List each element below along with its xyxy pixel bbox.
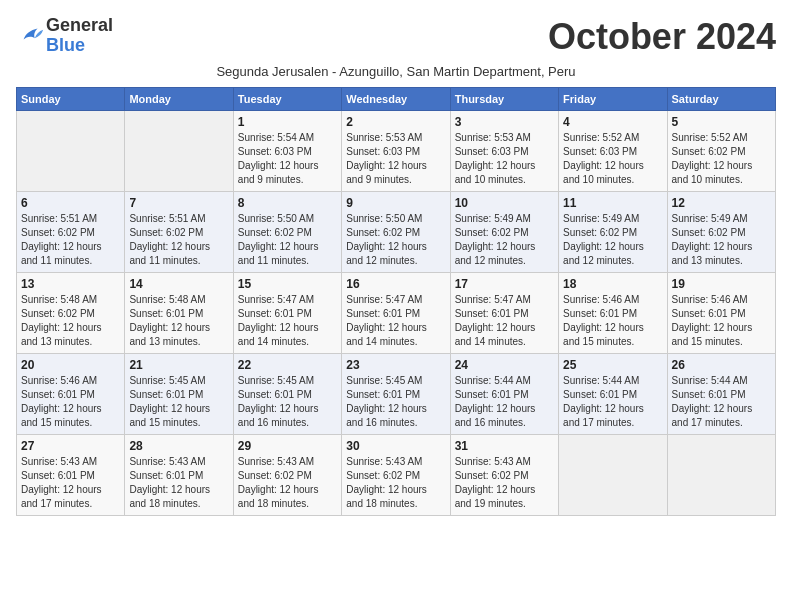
day-info: Sunrise: 5:46 AM Sunset: 6:01 PM Dayligh… [563,293,662,349]
day-number: 3 [455,115,554,129]
day-info: Sunrise: 5:50 AM Sunset: 6:02 PM Dayligh… [346,212,445,268]
day-number: 16 [346,277,445,291]
day-number: 2 [346,115,445,129]
day-info: Sunrise: 5:45 AM Sunset: 6:01 PM Dayligh… [129,374,228,430]
day-info: Sunrise: 5:50 AM Sunset: 6:02 PM Dayligh… [238,212,337,268]
calendar-cell: 31Sunrise: 5:43 AM Sunset: 6:02 PM Dayli… [450,435,558,516]
day-number: 14 [129,277,228,291]
calendar-cell: 2Sunrise: 5:53 AM Sunset: 6:03 PM Daylig… [342,111,450,192]
day-info: Sunrise: 5:53 AM Sunset: 6:03 PM Dayligh… [346,131,445,187]
day-number: 20 [21,358,120,372]
day-number: 31 [455,439,554,453]
day-number: 27 [21,439,120,453]
calendar-cell: 4Sunrise: 5:52 AM Sunset: 6:03 PM Daylig… [559,111,667,192]
logo-text: General Blue [46,16,113,56]
calendar-cell: 21Sunrise: 5:45 AM Sunset: 6:01 PM Dayli… [125,354,233,435]
calendar-subtitle: Segunda Jerusalen - Azunguillo, San Mart… [16,64,776,79]
logo-general-text: General [46,15,113,35]
calendar-cell: 7Sunrise: 5:51 AM Sunset: 6:02 PM Daylig… [125,192,233,273]
day-info: Sunrise: 5:44 AM Sunset: 6:01 PM Dayligh… [455,374,554,430]
day-number: 18 [563,277,662,291]
calendar-cell: 5Sunrise: 5:52 AM Sunset: 6:02 PM Daylig… [667,111,775,192]
calendar-cell: 6Sunrise: 5:51 AM Sunset: 6:02 PM Daylig… [17,192,125,273]
logo-blue-text: Blue [46,35,85,55]
day-number: 12 [672,196,771,210]
day-info: Sunrise: 5:45 AM Sunset: 6:01 PM Dayligh… [238,374,337,430]
day-info: Sunrise: 5:49 AM Sunset: 6:02 PM Dayligh… [672,212,771,268]
day-info: Sunrise: 5:43 AM Sunset: 6:01 PM Dayligh… [129,455,228,511]
weekday-header-friday: Friday [559,88,667,111]
weekday-header-wednesday: Wednesday [342,88,450,111]
day-info: Sunrise: 5:43 AM Sunset: 6:01 PM Dayligh… [21,455,120,511]
day-info: Sunrise: 5:53 AM Sunset: 6:03 PM Dayligh… [455,131,554,187]
calendar-cell: 29Sunrise: 5:43 AM Sunset: 6:02 PM Dayli… [233,435,341,516]
calendar-week-row: 6Sunrise: 5:51 AM Sunset: 6:02 PM Daylig… [17,192,776,273]
weekday-header-sunday: Sunday [17,88,125,111]
calendar-cell [17,111,125,192]
day-number: 21 [129,358,228,372]
calendar-cell: 28Sunrise: 5:43 AM Sunset: 6:01 PM Dayli… [125,435,233,516]
day-number: 4 [563,115,662,129]
calendar-week-row: 1Sunrise: 5:54 AM Sunset: 6:03 PM Daylig… [17,111,776,192]
weekday-header-thursday: Thursday [450,88,558,111]
day-number: 23 [346,358,445,372]
calendar-cell: 30Sunrise: 5:43 AM Sunset: 6:02 PM Dayli… [342,435,450,516]
calendar-cell [125,111,233,192]
day-number: 13 [21,277,120,291]
day-info: Sunrise: 5:43 AM Sunset: 6:02 PM Dayligh… [455,455,554,511]
day-number: 17 [455,277,554,291]
calendar-header: SundayMondayTuesdayWednesdayThursdayFrid… [17,88,776,111]
day-number: 8 [238,196,337,210]
calendar-cell: 24Sunrise: 5:44 AM Sunset: 6:01 PM Dayli… [450,354,558,435]
day-number: 25 [563,358,662,372]
calendar-cell: 19Sunrise: 5:46 AM Sunset: 6:01 PM Dayli… [667,273,775,354]
day-number: 5 [672,115,771,129]
calendar-cell [559,435,667,516]
calendar-cell: 13Sunrise: 5:48 AM Sunset: 6:02 PM Dayli… [17,273,125,354]
day-number: 29 [238,439,337,453]
day-number: 6 [21,196,120,210]
day-info: Sunrise: 5:47 AM Sunset: 6:01 PM Dayligh… [238,293,337,349]
calendar-cell [667,435,775,516]
day-info: Sunrise: 5:51 AM Sunset: 6:02 PM Dayligh… [129,212,228,268]
day-number: 24 [455,358,554,372]
calendar-cell: 8Sunrise: 5:50 AM Sunset: 6:02 PM Daylig… [233,192,341,273]
calendar-cell: 22Sunrise: 5:45 AM Sunset: 6:01 PM Dayli… [233,354,341,435]
calendar-cell: 26Sunrise: 5:44 AM Sunset: 6:01 PM Dayli… [667,354,775,435]
day-info: Sunrise: 5:43 AM Sunset: 6:02 PM Dayligh… [346,455,445,511]
calendar-cell: 15Sunrise: 5:47 AM Sunset: 6:01 PM Dayli… [233,273,341,354]
day-info: Sunrise: 5:48 AM Sunset: 6:01 PM Dayligh… [129,293,228,349]
month-title: October 2024 [548,16,776,58]
calendar-week-row: 13Sunrise: 5:48 AM Sunset: 6:02 PM Dayli… [17,273,776,354]
day-info: Sunrise: 5:49 AM Sunset: 6:02 PM Dayligh… [563,212,662,268]
calendar-cell: 12Sunrise: 5:49 AM Sunset: 6:02 PM Dayli… [667,192,775,273]
calendar-cell: 25Sunrise: 5:44 AM Sunset: 6:01 PM Dayli… [559,354,667,435]
calendar-cell: 17Sunrise: 5:47 AM Sunset: 6:01 PM Dayli… [450,273,558,354]
calendar-cell: 23Sunrise: 5:45 AM Sunset: 6:01 PM Dayli… [342,354,450,435]
day-info: Sunrise: 5:46 AM Sunset: 6:01 PM Dayligh… [21,374,120,430]
weekday-header-row: SundayMondayTuesdayWednesdayThursdayFrid… [17,88,776,111]
day-info: Sunrise: 5:51 AM Sunset: 6:02 PM Dayligh… [21,212,120,268]
day-info: Sunrise: 5:47 AM Sunset: 6:01 PM Dayligh… [346,293,445,349]
page-header: General Blue October 2024 [16,16,776,58]
day-info: Sunrise: 5:48 AM Sunset: 6:02 PM Dayligh… [21,293,120,349]
day-info: Sunrise: 5:52 AM Sunset: 6:02 PM Dayligh… [672,131,771,187]
day-number: 11 [563,196,662,210]
calendar-cell: 16Sunrise: 5:47 AM Sunset: 6:01 PM Dayli… [342,273,450,354]
day-info: Sunrise: 5:44 AM Sunset: 6:01 PM Dayligh… [672,374,771,430]
day-number: 19 [672,277,771,291]
calendar-week-row: 27Sunrise: 5:43 AM Sunset: 6:01 PM Dayli… [17,435,776,516]
calendar-table: SundayMondayTuesdayWednesdayThursdayFrid… [16,87,776,516]
logo: General Blue [16,16,113,56]
day-number: 1 [238,115,337,129]
day-info: Sunrise: 5:43 AM Sunset: 6:02 PM Dayligh… [238,455,337,511]
calendar-cell: 1Sunrise: 5:54 AM Sunset: 6:03 PM Daylig… [233,111,341,192]
day-number: 22 [238,358,337,372]
calendar-week-row: 20Sunrise: 5:46 AM Sunset: 6:01 PM Dayli… [17,354,776,435]
calendar-cell: 11Sunrise: 5:49 AM Sunset: 6:02 PM Dayli… [559,192,667,273]
day-info: Sunrise: 5:46 AM Sunset: 6:01 PM Dayligh… [672,293,771,349]
day-number: 15 [238,277,337,291]
calendar-cell: 20Sunrise: 5:46 AM Sunset: 6:01 PM Dayli… [17,354,125,435]
calendar-cell: 27Sunrise: 5:43 AM Sunset: 6:01 PM Dayli… [17,435,125,516]
day-info: Sunrise: 5:45 AM Sunset: 6:01 PM Dayligh… [346,374,445,430]
